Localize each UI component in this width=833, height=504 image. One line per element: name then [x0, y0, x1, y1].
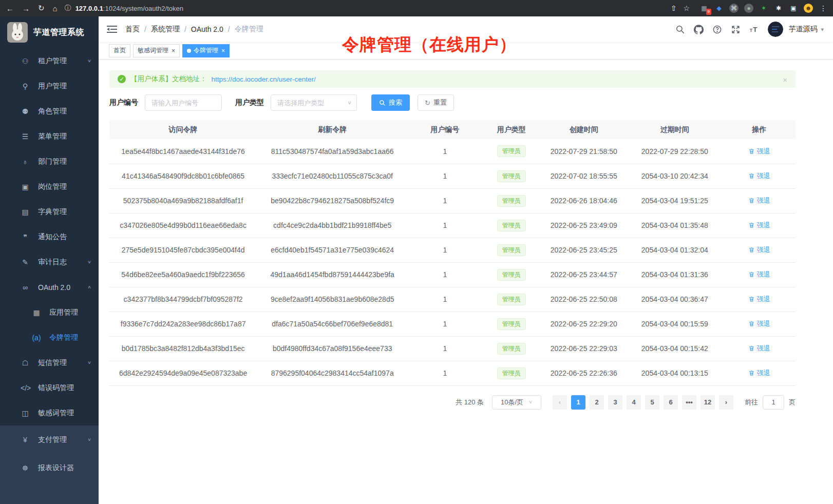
sidebar-item[interactable]: ☸ 报表设计器 [0, 454, 99, 482]
page-button[interactable]: ‹ [553, 395, 567, 410]
browser-extension-icon[interactable]: ▦ 9 [699, 4, 709, 13]
menu-item-label: 租户管理 [38, 56, 79, 66]
app-logo[interactable]: 芋道管理系统 [0, 16, 99, 48]
menu-item-label: 部门管理 [38, 157, 83, 166]
browser-menu-icon[interactable]: ⋮ [820, 4, 827, 12]
table-header-cell: 用户编号 [408, 120, 482, 139]
sidebar-item[interactable]: ⚲ 用户管理 [0, 73, 99, 99]
sidebar-item[interactable]: ⚉ 角色管理 [0, 99, 99, 124]
breadcrumb: 首页 / 系统管理 / OAuth 2.0 / 令牌管理 [125, 25, 263, 34]
tag-item[interactable]: 令牌管理 × [182, 44, 230, 57]
browser-extension-icon[interactable]: ● [744, 4, 753, 13]
forward-button[interactable]: → [22, 4, 30, 13]
user-type-select[interactable]: ∨ [271, 94, 357, 111]
page-content: ✓ 【用户体系】文档地址： https://doc.iocoder.cn/use… [99, 60, 833, 422]
sidebar-item[interactable]: ♁ 部门管理 [0, 149, 99, 174]
page-button[interactable]: 12 [701, 395, 715, 410]
force-logout-button[interactable]: 强退 [748, 245, 770, 255]
alert-close-icon[interactable]: × [783, 75, 787, 84]
browser-extension-icon[interactable]: ☻ [804, 4, 813, 13]
force-logout-button[interactable]: 强退 [748, 344, 770, 353]
create-time-cell: 2022-07-02 18:55:55 [541, 164, 627, 188]
reset-button[interactable]: ↻ 重置 [418, 94, 454, 111]
sidebar-item[interactable]: ✎ 审计日志 ∨ [0, 249, 99, 275]
sidebar-item[interactable]: ∞ OAuth 2.0 ∧ [0, 275, 99, 300]
sidebar-item[interactable]: ¥ 支付管理 ∨ [0, 425, 99, 454]
sidebar-item[interactable]: ❞ 通知公告 [0, 224, 99, 249]
browser-extension-icon[interactable]: ✱ [774, 4, 783, 13]
user-type-cell: 管理员 [482, 262, 541, 287]
user-type-badge: 管理员 [497, 195, 526, 207]
refresh-token-cell: dfa6c71a50a54c66bef706ef9e6e8d81 [257, 312, 408, 336]
sidebar-item[interactable]: ☖ 短信管理 ∨ [0, 350, 99, 375]
sidebar-item[interactable]: ▣ 岗位管理 [0, 174, 99, 199]
help-icon[interactable] [712, 25, 722, 34]
reload-button[interactable]: ↻ [38, 4, 45, 13]
breadcrumb-item[interactable]: 系统管理 [151, 25, 180, 34]
sidebar-item[interactable]: </> 错误码管理 [0, 375, 99, 400]
breadcrumb-item[interactable]: 首页 [125, 25, 140, 34]
fullscreen-icon[interactable] [731, 25, 741, 34]
home-button[interactable]: ⌂ [53, 4, 58, 13]
share-icon[interactable]: ⇧ [671, 4, 677, 12]
user-type-badge: 管理员 [497, 145, 526, 157]
user-menu-caret-icon[interactable]: ▾ [821, 26, 824, 33]
username-label[interactable]: 芋道源码 [788, 25, 817, 34]
page-button[interactable]: 5 [645, 395, 659, 410]
doc-link[interactable]: https://doc.iocoder.cn/user-center/ [212, 75, 316, 83]
sidebar-item[interactable]: ⚇ 租户管理 ∨ [0, 48, 99, 73]
force-logout-button[interactable]: 强退 [748, 369, 770, 378]
page-info-icon[interactable]: ⓘ [65, 4, 71, 13]
tag-close-icon[interactable]: × [221, 47, 225, 54]
force-logout-button[interactable]: 强退 [748, 319, 770, 328]
sidebar-item[interactable]: ☰ 菜单管理 [0, 124, 99, 149]
page-button[interactable]: 4 [627, 395, 641, 410]
user-type-badge: 管理员 [497, 269, 526, 281]
github-icon[interactable] [694, 25, 704, 34]
page-button[interactable]: 6 [664, 395, 678, 410]
browser-extension-icon[interactable]: ✶ [759, 4, 768, 13]
force-logout-button[interactable]: 强退 [748, 147, 770, 156]
browser-extension-icon[interactable]: ▣ [789, 4, 798, 13]
page-button[interactable]: 1 [571, 395, 585, 410]
back-button[interactable]: ← [6, 4, 14, 13]
sidebar-collapse-icon[interactable] [107, 24, 117, 34]
user-type-badge: 管理员 [497, 244, 526, 256]
tag-item[interactable]: 首页 [109, 44, 130, 57]
force-logout-button[interactable]: 强退 [748, 171, 770, 181]
user-type-select-input[interactable] [271, 94, 357, 111]
sidebar-item[interactable]: ▤ 字典管理 [0, 199, 99, 224]
sidebar-item[interactable]: ◫ 敏感词管理 [0, 400, 99, 425]
page-size-select[interactable]: 10条/页 ∨ [492, 395, 541, 410]
browser-extension-icon[interactable]: ⌘ [729, 4, 739, 13]
address-bar[interactable]: ⓘ 127.0.0.1:1024/system/oauth2/token [65, 4, 671, 13]
breadcrumb-item[interactable]: OAuth 2.0 [191, 25, 223, 33]
browser-extension-icon[interactable]: ◆ [714, 4, 724, 13]
table-body: 1ea5e44f8bc1467aaede43144f31de76 811c530… [109, 139, 796, 385]
user-id-input[interactable] [145, 94, 222, 111]
page-button[interactable]: 3 [608, 395, 622, 410]
page-button[interactable]: ••• [682, 395, 696, 410]
chevron-icon: ∨ [87, 260, 91, 265]
search-icon[interactable] [675, 25, 685, 34]
user-avatar[interactable] [768, 22, 783, 37]
goto-page-input[interactable] [763, 395, 784, 410]
sidebar-item[interactable]: ▦ 应用管理 [0, 300, 99, 325]
access-token-cell: 275e5de9151045fe87cbdc395e004f4d [109, 238, 257, 262]
force-logout-button[interactable]: 强退 [748, 196, 770, 205]
page-button[interactable]: 2 [590, 395, 604, 410]
force-logout-button[interactable]: 强退 [748, 295, 770, 304]
page-button[interactable]: › [719, 395, 733, 410]
force-logout-button[interactable]: 强退 [748, 221, 770, 230]
breadcrumb-item[interactable]: 令牌管理 [235, 25, 263, 34]
bookmark-star-icon[interactable]: ☆ [683, 4, 690, 12]
font-size-icon[interactable]: TT [749, 25, 759, 34]
force-logout-button[interactable]: 强退 [748, 270, 770, 279]
tag-item[interactable]: 敏感词管理 × [133, 44, 180, 57]
sidebar-item[interactable]: (a) 令牌管理 [0, 325, 99, 350]
expire-time-cell: 2054-03-04 00:15:42 [627, 336, 723, 361]
token-table: 访问令牌刷新令牌用户编号用户类型创建时间过期时间操作 1ea5e44f8bc14… [109, 120, 796, 386]
tag-close-icon[interactable]: × [172, 47, 175, 54]
top-navbar: 首页 / 系统管理 / OAuth 2.0 / 令牌管理 [99, 16, 833, 42]
search-button[interactable]: 搜索 [371, 94, 410, 111]
